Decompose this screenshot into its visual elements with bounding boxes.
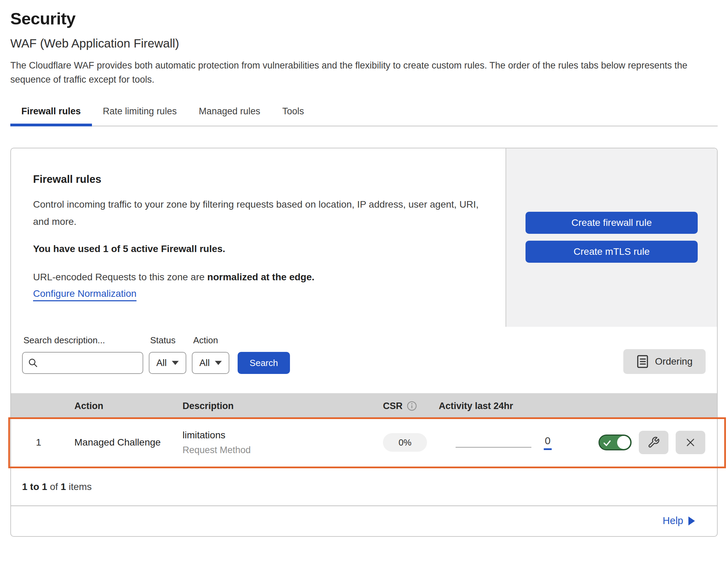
card-footer: Help — [11, 505, 717, 536]
search-label: Search description... — [23, 335, 143, 346]
rule-description: limitations — [183, 430, 367, 441]
info-icon[interactable] — [407, 401, 417, 411]
wrench-icon — [647, 436, 660, 449]
page-subtitle: WAF (Web Application Firewall) — [10, 36, 718, 50]
status-dropdown-value: All — [156, 358, 167, 368]
search-input[interactable] — [41, 357, 138, 369]
rule-enabled-toggle[interactable] — [599, 435, 632, 450]
header-action: Action — [66, 401, 171, 411]
create-firewall-rule-button[interactable]: Create firewall rule — [526, 212, 698, 234]
normalization-text: URL-encoded Requests to this zone are — [33, 272, 207, 282]
tab-bar: Firewall rules Rate limiting rules Manag… — [10, 101, 718, 126]
tab-rate-limiting-rules[interactable]: Rate limiting rules — [92, 101, 188, 126]
tab-managed-rules[interactable]: Managed rules — [188, 101, 271, 126]
header-csr: CSR — [383, 401, 403, 411]
search-icon — [28, 357, 39, 368]
help-link[interactable]: Help — [663, 515, 695, 526]
status-dropdown[interactable]: All — [149, 352, 186, 374]
firewall-rules-intro: Firewall rules Control incoming traffic … — [11, 148, 506, 327]
header-description: Description — [171, 401, 367, 411]
arrow-right-icon — [688, 516, 695, 525]
rule-controls — [584, 431, 717, 454]
ordering-button[interactable]: Ordering — [623, 349, 706, 374]
activity-count-link[interactable]: 0 — [544, 435, 552, 450]
toggle-knob — [617, 436, 630, 449]
items-count: 1 to 1 of 1 items — [11, 466, 717, 505]
tab-tools[interactable]: Tools — [271, 101, 315, 126]
ordering-button-label: Ordering — [655, 356, 693, 367]
edit-rule-button[interactable] — [639, 431, 668, 454]
help-label: Help — [663, 515, 683, 526]
activity-sparkline — [456, 447, 531, 448]
status-label: Status — [150, 335, 186, 346]
card-heading: Firewall rules — [33, 173, 485, 186]
header-activity: Activity last 24hr — [436, 401, 584, 411]
normalization-bold-text: normalized at the edge. — [207, 272, 314, 282]
rule-expression-summary: Request Method — [183, 445, 367, 456]
rules-table: Action Description CSR Activity last 24h… — [11, 393, 717, 505]
rule-priority: 1 — [11, 437, 66, 448]
check-icon — [603, 438, 612, 447]
card-top-section: Firewall rules Control incoming traffic … — [11, 148, 717, 327]
table-row-wrap: 1 Managed Challenge limitations Request … — [11, 419, 717, 466]
items-total: 1 — [61, 481, 66, 492]
table-header-row: Action Description CSR Activity last 24h… — [11, 393, 717, 419]
page-title: Security — [10, 9, 718, 28]
card-description: Control incoming traffic to your zone by… — [33, 196, 484, 230]
action-label: Action — [193, 335, 229, 346]
configure-normalization-link[interactable]: Configure Normalization — [33, 288, 136, 299]
rule-csr-cell: 0% — [367, 433, 436, 452]
items-range: 1 to 1 — [22, 481, 47, 492]
close-icon — [685, 437, 696, 448]
chevron-down-icon — [215, 361, 222, 365]
actions-panel: Create firewall rule Create mTLS rule — [506, 148, 717, 327]
security-waf-page: Security WAF (Web Application Firewall) … — [0, 9, 728, 537]
action-dropdown-value: All — [199, 358, 210, 368]
delete-rule-button[interactable] — [676, 431, 705, 454]
firewall-rules-card: Firewall rules Control incoming traffic … — [10, 148, 718, 537]
csr-badge: 0% — [383, 433, 427, 452]
page-description: The Cloudflare WAF provides both automat… — [10, 59, 715, 87]
rule-action: Managed Challenge — [66, 437, 171, 448]
list-document-icon — [636, 355, 649, 368]
create-mtls-rule-button[interactable]: Create mTLS rule — [526, 241, 698, 263]
table-row[interactable]: 1 Managed Challenge limitations Request … — [11, 419, 717, 466]
search-button[interactable]: Search — [238, 352, 290, 374]
rule-activity-cell: 0 — [436, 435, 584, 450]
tab-firewall-rules[interactable]: Firewall rules — [10, 101, 92, 126]
rule-description-cell: limitations Request Method — [171, 430, 367, 456]
usage-summary: You have used 1 of 5 active Firewall rul… — [33, 243, 485, 254]
filter-bar: Search description... Status All Action — [11, 327, 717, 393]
action-dropdown[interactable]: All — [192, 352, 229, 374]
normalization-note: URL-encoded Requests to this zone are no… — [33, 272, 485, 283]
chevron-down-icon — [172, 361, 179, 365]
search-input-box[interactable] — [22, 352, 143, 374]
